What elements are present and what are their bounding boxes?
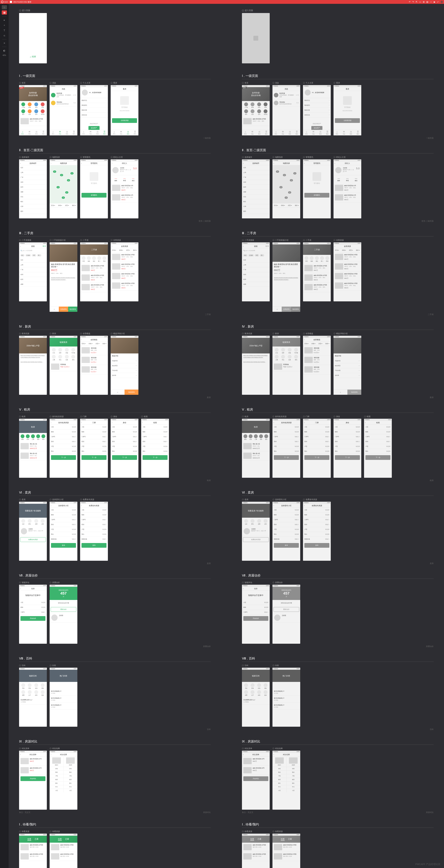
newhouse-cat[interactable]: 别墅 (280, 348, 286, 354)
agent-card[interactable]: 王经理服务客户 128 人 · 从业 3 年5.0 (111, 165, 138, 175)
chat-row[interactable]: 系统通知您关注的房源有新动态昨天 (49, 99, 77, 107)
filter-item[interactable]: 价格 ▾ (87, 342, 94, 346)
form-field[interactable]: 户型请选择 (334, 444, 361, 449)
add-delegate-button[interactable]: 新增委托 (304, 193, 329, 197)
add-asset-button[interactable]: 添加房产 (89, 126, 100, 130)
form-field[interactable]: 面积请输入 (49, 522, 77, 527)
map-pin[interactable]: 12 (62, 196, 65, 199)
filter-item[interactable]: 房型 ▾ (125, 248, 132, 252)
pending-tab[interactable]: 待看 (58, 838, 62, 841)
menu-row[interactable]: 我的问答› (80, 108, 108, 113)
search-input[interactable]: 🔍 输入小区或商圈 (19, 248, 47, 253)
expert-avatar[interactable] (64, 683, 68, 687)
listing-row[interactable]: 融创·香港置地 壹号院 3室2厅 · 128㎡ · 南北860万 (334, 281, 361, 290)
agent-listing[interactable]: 融创·香港置地 壹号3室2厅 · 128㎡ · 南北860万 (111, 193, 138, 203)
profile-header[interactable]: Hi，欢迎来到链家 (80, 87, 108, 98)
icon-租房[interactable]: 租房 (257, 102, 262, 108)
map-pin[interactable]: 12 (279, 186, 282, 188)
city-row[interactable]: 杭州 (242, 185, 270, 190)
history-row[interactable]: 广州 (242, 267, 270, 272)
back-icon[interactable]: ‹ (365, 422, 366, 424)
form-field[interactable]: 朝向请选择 (49, 449, 77, 454)
form-field[interactable]: 期望价格请输入 (303, 537, 331, 541)
menu-row[interactable]: 浏览历史› (80, 113, 108, 118)
history-row[interactable]: 杭州 (19, 277, 47, 282)
history-row[interactable]: 成都 (242, 282, 270, 287)
wiki-item[interactable]: 买房需要注意什么?1.2万阅读 (242, 698, 270, 705)
next-button[interactable]: 下一步 (366, 455, 390, 460)
compare-item[interactable]: 融创·香港置地 壹号860万 (19, 756, 47, 766)
newhouse-cat[interactable]: 车位 (280, 355, 286, 361)
pending-tab[interactable]: 已看 (288, 838, 292, 841)
filter-item[interactable]: 价格 ▾ (340, 248, 347, 252)
form-field[interactable]: 小区请选择 (80, 507, 108, 513)
wiki-cat[interactable]: 贷款 (40, 683, 46, 689)
newhouse-cat[interactable]: 住宅 (51, 348, 57, 354)
tab-2[interactable]: ◷看房 (256, 130, 263, 135)
menu-row[interactable]: 我的委托› (80, 103, 108, 108)
wiki-cat[interactable]: 过户 (250, 690, 255, 696)
form-field[interactable]: 面积请输入 (334, 439, 361, 444)
layout-icon[interactable]: ▤ (426, 1, 428, 3)
tab-3[interactable]: ☰我的 (70, 130, 77, 135)
history-row[interactable]: 成都 (19, 282, 47, 287)
form-field[interactable]: 小区请选择 (272, 507, 300, 513)
agent-listing[interactable]: 融创·香港置地 壹号3室2厅 · 128㎡ · 南北860万 (334, 183, 361, 193)
newhouse-cat[interactable]: 写字楼 (71, 348, 76, 354)
history-row[interactable]: 上海 (242, 262, 270, 267)
filter-item[interactable]: 更多 ▾ (70, 204, 77, 208)
sell-action[interactable]: 进度 (33, 519, 39, 525)
back-icon[interactable]: ‹ (81, 422, 82, 424)
listing-row[interactable]: 融创·香港置地 壹号院 3室2厅 · 128㎡ · 南北860万 (111, 252, 138, 262)
find-button[interactable]: 去看看房源 (335, 118, 360, 123)
filter-item[interactable]: 房型 ▾ (286, 204, 293, 208)
next-button[interactable]: 下一步 (143, 455, 168, 460)
newhouse-cat[interactable]: 写字楼 (294, 348, 299, 354)
building-row[interactable]: 某某花园朝阳 · 在售5.2万/㎡ (303, 346, 331, 355)
icon-二手房[interactable]: 二手房 (21, 102, 26, 108)
map-pin[interactable]: 12 (60, 174, 63, 176)
pending-item[interactable]: 融创·香港置地 壹号院 预约 周六 14:00 (272, 843, 300, 852)
history-row[interactable]: 深圳 (19, 272, 47, 277)
filter-item[interactable]: 房型 ▾ (94, 342, 101, 346)
building-row[interactable]: 某某花园朝阳 · 在售5.2万/㎡ (303, 355, 331, 365)
map-pin[interactable]: 12 (53, 170, 56, 173)
filter-item[interactable]: 价格 ▾ (310, 342, 317, 346)
pending-item[interactable]: 融创·香港置地 壹号院 预约 周六 14:00 (49, 852, 77, 861)
icon-估价[interactable]: 估价 (27, 110, 33, 115)
quick-filter[interactable]: 地铁 (310, 256, 314, 262)
icon-估价[interactable]: 估价 (250, 110, 255, 115)
tab-0[interactable]: ⌂首页 (272, 130, 279, 135)
map-pin[interactable]: 12 (65, 191, 68, 193)
back-icon[interactable]: ‹ (112, 162, 112, 164)
menu-row[interactable]: 我的关注› (80, 98, 108, 103)
back-icon[interactable]: ‹ (304, 422, 305, 424)
form-field[interactable]: 门牌号请输入 (364, 434, 392, 439)
building-row[interactable]: 某某花园朝阳 · 在售5.2万/㎡ (80, 346, 108, 355)
newhouse-cat[interactable]: 资讯 (71, 355, 76, 361)
filter-item[interactable]: 价格 ▾ (57, 204, 64, 208)
expert-avatar[interactable] (282, 683, 286, 687)
city-row[interactable]: 上海 (242, 170, 270, 175)
wiki-cat[interactable]: 租房 (33, 683, 39, 689)
back-icon[interactable]: ‹ (81, 339, 82, 341)
pending-tab[interactable]: 已看 (35, 838, 38, 841)
pending-item[interactable]: 融创·香港置地 壹号院 预约 周六 14:00 (49, 843, 77, 852)
form-field[interactable]: 门牌号请输入 (19, 610, 47, 615)
evaluate-button[interactable]: 开始估价 (243, 616, 268, 621)
listing-row[interactable]: 融创·香港置地 壹号院 3室2厅 · 128㎡ · 南北860万 (80, 264, 108, 273)
tab-3[interactable]: ☰我的 (132, 130, 138, 135)
fav-button[interactable]: ☆ (49, 307, 59, 312)
form-field[interactable]: 朝向请选择 (49, 532, 77, 537)
newhouse-cat[interactable]: 优惠 (64, 355, 70, 361)
tag-pill[interactable]: 近地铁 (25, 254, 31, 256)
tab-2[interactable]: ◷看房 (33, 130, 40, 135)
listing-row[interactable]: 融创·香港置地 壹号院 3室2厅 · 128㎡ · 南北860万 (303, 273, 331, 283)
newhouse-cat[interactable]: 资讯 (294, 355, 299, 361)
newhouse-item[interactable]: 某某楼盘均价 5.2万/㎡ (272, 362, 300, 371)
map-pin[interactable]: 12 (57, 186, 60, 188)
icon-二手房[interactable]: 二手房 (243, 102, 249, 108)
quick-filter[interactable]: 新上 (320, 256, 324, 262)
city-row[interactable]: 武汉 (242, 194, 270, 199)
expert-avatar[interactable] (69, 683, 73, 687)
